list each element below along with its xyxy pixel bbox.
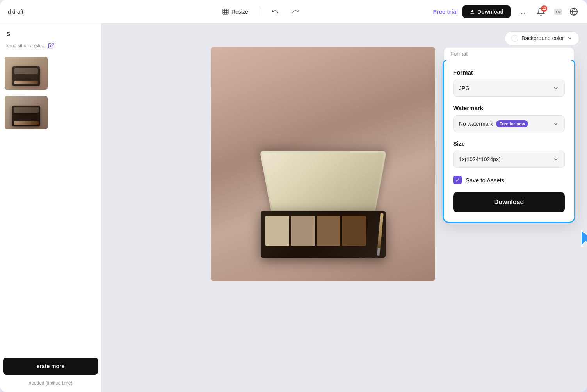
size-chevron-icon (553, 156, 559, 162)
background-color-button[interactable]: Background color (505, 31, 579, 45)
topbar-center: Resize (86, 5, 433, 18)
topbar-left: d draft (8, 9, 86, 15)
app-container: d draft Resize (0, 0, 587, 392)
undo-button[interactable] (269, 5, 281, 18)
download-panel: Format Format JPG Watermark (443, 59, 575, 223)
panel-ghost-label: Format (450, 51, 468, 57)
thumbnail-item-1[interactable] (3, 55, 98, 91)
format-value: JPG (459, 85, 470, 91)
notif-badge: 12 (541, 5, 547, 12)
main-content: s keup kit on a (sle... (0, 23, 587, 392)
free-trial-link[interactable]: Free trial (433, 8, 458, 15)
watermark-label: Watermark (453, 105, 565, 111)
watermark-section: Watermark No watermark Free for now (453, 105, 565, 132)
svg-rect-0 (223, 9, 228, 14)
edit-icon[interactable] (48, 43, 54, 49)
sidebar-heading: s (0, 23, 101, 41)
resize-label: Resize (231, 9, 248, 15)
background-color-label: Background color (521, 35, 564, 41)
bg-color-swatch (511, 35, 518, 42)
svg-marker-4 (581, 230, 587, 248)
thumbnail-image-2 (5, 96, 48, 129)
download-top-icon (470, 9, 475, 14)
format-chevron-icon (553, 85, 559, 91)
size-section: Size 1x(1024*1024px) (453, 140, 565, 168)
panel-ghost-header: Format (444, 47, 574, 60)
watermark-select[interactable]: No watermark Free for now (453, 115, 565, 132)
topbar: d draft Resize (0, 0, 587, 23)
more-options-button[interactable]: ... (515, 5, 529, 19)
canvas-area: Background color (101, 23, 587, 392)
svg-text:EN: EN (556, 10, 561, 14)
download-top-button[interactable]: Download (462, 5, 511, 18)
bg-color-chevron-icon (567, 36, 573, 41)
watermark-chevron-icon (553, 121, 559, 127)
redo-button[interactable] (289, 5, 302, 18)
size-select[interactable]: 1x(1024*1024px) (453, 151, 565, 168)
size-value: 1x(1024*1024px) (459, 156, 501, 162)
download-panel-label: Download (494, 199, 524, 206)
thumbnail-image-1 (5, 57, 48, 90)
free-badge: Free for now (496, 120, 528, 127)
resize-icon (222, 8, 229, 15)
generate-more-button[interactable]: erate more (3, 358, 98, 375)
redo-icon (292, 8, 299, 15)
undo-icon (272, 8, 279, 15)
format-section: Format JPG (453, 69, 565, 97)
sidebar-thumbnails (0, 52, 101, 355)
format-select[interactable]: JPG (453, 80, 565, 97)
brand-logo-icon: EN (553, 6, 564, 17)
notifications-button[interactable]: 12 (534, 5, 548, 19)
more-dots: ... (518, 7, 526, 16)
sidebar: s keup kit on a (sle... (0, 23, 101, 392)
watermark-value: No watermark (459, 121, 493, 127)
resize-button[interactable]: Resize (217, 6, 253, 18)
download-panel-button[interactable]: Download (453, 192, 565, 212)
topbar-divider (261, 8, 261, 16)
check-icon: ✓ (455, 177, 460, 183)
thumbnail-item-2[interactable] (3, 94, 98, 131)
limited-time-text: needed (limited time) (0, 378, 101, 392)
product-image-area (211, 47, 435, 281)
format-label: Format (453, 69, 565, 76)
save-to-assets-row: ✓ Save to Assets (453, 176, 565, 184)
topbar-right: Free trial Download ... 12 E (433, 5, 579, 19)
size-label: Size (453, 140, 565, 147)
save-to-assets-checkbox[interactable]: ✓ (453, 176, 462, 184)
cursor-icon (578, 230, 587, 249)
download-top-label: Download (477, 9, 503, 15)
globe-icon[interactable] (568, 6, 579, 17)
sidebar-description: keup kit on a (sle... (6, 43, 46, 48)
save-to-assets-label: Save to Assets (466, 177, 504, 184)
watermark-left: No watermark Free for now (459, 120, 528, 127)
draft-title: d draft (8, 9, 23, 15)
